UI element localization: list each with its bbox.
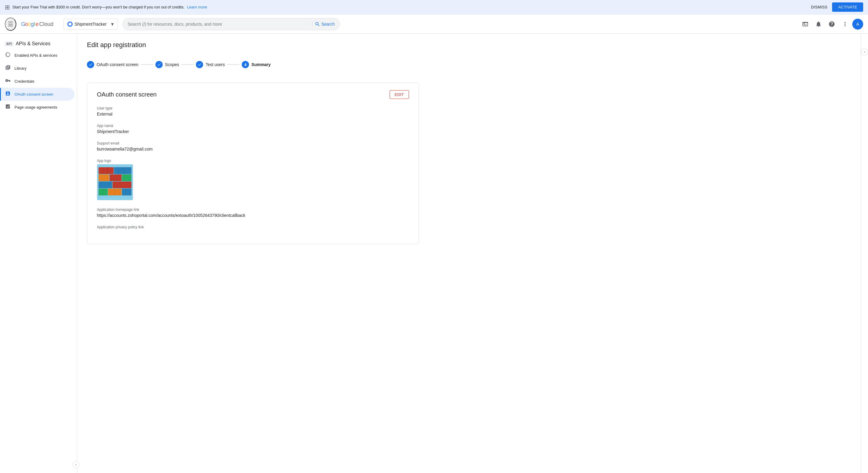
google-cloud-logo: G o o g l e Cloud	[21, 21, 56, 28]
sidebar-item-page-usage[interactable]: Page usage agreements	[0, 101, 74, 114]
step-circle-summary: 4	[242, 61, 249, 68]
check-icon-step2	[157, 62, 161, 67]
stepper: OAuth consent screen Scopes Test use	[87, 56, 851, 73]
field-label-user-type: User type	[97, 106, 409, 111]
credentials-icon	[5, 78, 11, 85]
step-label-summary: Summary	[251, 62, 271, 67]
sidebar: API APIs & Services Enabled APIs & servi…	[0, 34, 77, 473]
search-button[interactable]: Search	[315, 22, 335, 27]
step-oauth-consent: OAuth consent screen	[87, 61, 138, 68]
step-connector-2	[181, 64, 193, 65]
help-icon	[829, 21, 835, 27]
field-value-homepage-link: https://accounts.zohoportal.com/accounts…	[97, 213, 409, 218]
notifications-button[interactable]	[812, 18, 825, 30]
collapse-right-button[interactable]: ‹	[861, 48, 868, 56]
svg-rect-12	[122, 175, 131, 181]
sidebar-item-credentials[interactable]: Credentials	[0, 75, 74, 88]
svg-text:o: o	[28, 21, 31, 27]
step-connector-3	[227, 64, 239, 65]
oauth-consent-section: OAuth consent screen EDIT User type Exte…	[87, 83, 419, 244]
section-header: OAuth consent screen EDIT	[97, 90, 409, 99]
svg-text:e: e	[36, 21, 39, 27]
top-banner: ⊞ Start your Free Trial with $300 in cre…	[0, 0, 868, 14]
activate-button[interactable]: ACTIVATE	[832, 2, 863, 12]
sidebar-item-label-credentials: Credentials	[14, 79, 34, 84]
search-label: Search	[321, 22, 335, 27]
field-app-name: App name ShipmentTracker	[97, 124, 409, 134]
step-scopes: Scopes	[155, 61, 179, 68]
hamburger-menu-button[interactable]: ☰	[5, 18, 16, 31]
edit-button[interactable]: EDIT	[390, 90, 409, 99]
field-value-support-email: burrowsamelia72@gmail.com	[97, 147, 409, 151]
oauth-consent-icon	[5, 91, 11, 98]
field-support-email: Support email burrowsamelia72@gmail.com	[97, 141, 409, 151]
banner-text: Start your Free Trial with $300 in credi…	[12, 5, 185, 9]
app-layout: API APIs & Services Enabled APIs & servi…	[0, 34, 868, 473]
step-label-oauth-consent: OAuth consent screen	[97, 62, 138, 67]
header-actions: A	[799, 18, 863, 30]
library-icon	[5, 65, 11, 72]
step-label-test-users: Test users	[206, 62, 225, 67]
avatar[interactable]: A	[852, 19, 863, 30]
search-divider	[312, 21, 312, 27]
check-icon-step3	[197, 62, 202, 67]
page-usage-icon	[5, 104, 11, 111]
search-bar[interactable]: Search	[123, 18, 340, 30]
field-user-type: User type External	[97, 106, 409, 117]
svg-text:l: l	[34, 21, 35, 27]
field-label-app-name: App name	[97, 124, 409, 128]
sidebar-title: APIs & Services	[16, 41, 51, 46]
sidebar-item-label-library: Library	[14, 66, 27, 71]
sidebar-item-oauth-consent[interactable]: OAuth consent screen	[0, 88, 74, 101]
search-icon	[315, 22, 320, 27]
sidebar-item-enabled-apis[interactable]: Enabled APIs & services	[0, 49, 74, 62]
app-logo-image	[97, 164, 133, 200]
terminal-icon-button[interactable]	[799, 18, 811, 30]
search-input[interactable]	[128, 22, 310, 27]
svg-text:Cloud: Cloud	[39, 21, 54, 27]
grid-icon: ⊞	[5, 4, 10, 11]
section-title: OAuth consent screen	[97, 91, 157, 98]
step-summary: 4 Summary	[242, 61, 271, 68]
svg-rect-8	[99, 167, 114, 174]
sidebar-item-label-oauth-consent: OAuth consent screen	[14, 92, 54, 97]
more-vert-icon	[842, 21, 848, 27]
svg-rect-17	[122, 189, 131, 195]
project-selector[interactable]: ShipmentTracker ▾	[63, 19, 118, 30]
field-value-user-type: External	[97, 112, 409, 117]
enabled-apis-icon	[5, 52, 11, 59]
svg-text:o: o	[25, 21, 28, 27]
field-label-privacy-link: Application privacy policy link	[97, 225, 409, 229]
field-value-app-name: ShipmentTracker	[97, 129, 409, 134]
chevron-down-icon: ▾	[111, 21, 114, 27]
notifications-icon	[815, 21, 822, 27]
page-title: Edit app registration	[87, 41, 851, 49]
dismiss-button[interactable]: DISMISS	[811, 5, 827, 9]
more-options-button[interactable]	[839, 18, 851, 30]
field-privacy-link: Application privacy policy link	[97, 225, 409, 229]
sidebar-item-library[interactable]: Library	[0, 62, 74, 75]
api-badge: API	[5, 42, 13, 46]
project-dot	[67, 22, 73, 27]
page-body: Edit app registration OAuth consent scre…	[77, 34, 861, 251]
right-panel: ‹	[861, 34, 868, 473]
svg-rect-10	[99, 175, 109, 181]
field-homepage-link: Application homepage link https://accoun…	[97, 208, 409, 218]
app-logo-svg	[97, 164, 133, 200]
svg-rect-11	[110, 175, 121, 181]
step-circle-scopes	[155, 61, 163, 68]
field-label-app-logo: App logo	[97, 159, 409, 163]
help-button[interactable]	[826, 18, 838, 30]
collapse-sidebar-btn[interactable]: ‹	[72, 461, 77, 468]
header-bar: ☰ G o o g l e Cloud ShipmentTracker ▾ Se…	[0, 14, 868, 34]
banner-left: ⊞ Start your Free Trial with $300 in cre…	[5, 4, 207, 11]
check-icon-step1	[88, 62, 93, 67]
field-label-homepage-link: Application homepage link	[97, 208, 409, 212]
sidebar-item-label-page-usage: Page usage agreements	[14, 105, 57, 109]
step-connector-1	[141, 64, 153, 65]
project-dot-inner	[68, 23, 71, 26]
svg-rect-14	[113, 182, 131, 188]
project-name: ShipmentTracker	[74, 22, 109, 27]
sidebar-item-label-enabled-apis: Enabled APIs & services	[14, 53, 57, 58]
learn-more-link[interactable]: Learn more	[187, 5, 207, 9]
